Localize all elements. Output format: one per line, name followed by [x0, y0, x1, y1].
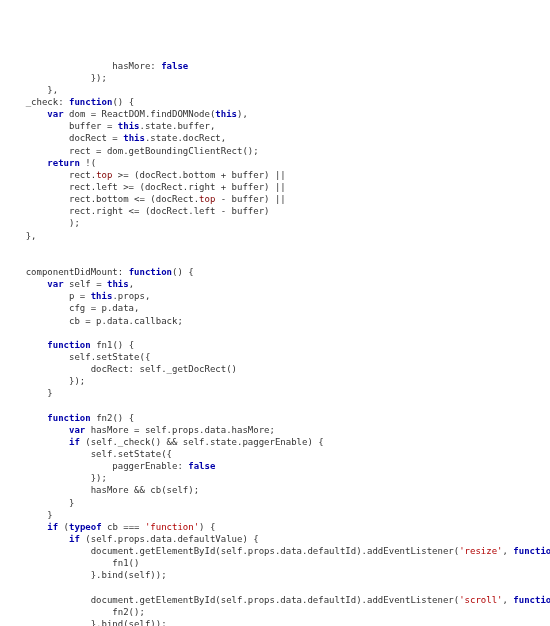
code-block: hasMore: false }); }, _check: function()… — [0, 58, 550, 626]
code-content: hasMore: false }); }, _check: function()… — [4, 61, 550, 626]
